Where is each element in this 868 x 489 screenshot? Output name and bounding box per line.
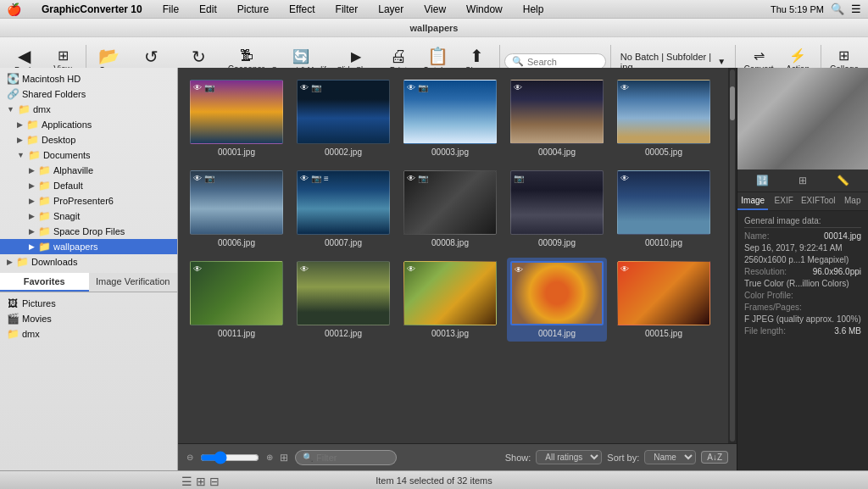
tab-map[interactable]: Map [837, 192, 868, 210]
thumb-00007[interactable]: 👁📷≡ 00007.jpg [293, 167, 393, 251]
tab-image[interactable]: Image [737, 192, 768, 210]
slideshow-icon: ▶ [351, 50, 361, 64]
sidebar-item-shared-folders[interactable]: 🔗 Shared Folders [0, 86, 177, 102]
thumb-image: 👁 [617, 261, 710, 325]
folder-icon: 📁 [26, 119, 38, 131]
filmstrip-view-btn[interactable]: ⊟ [209, 475, 220, 488]
sidebar-item-movies[interactable]: 🎬 Movies [0, 311, 177, 326]
sidebar-item-macintosh-hd[interactable]: 💽 Macintosh HD [0, 71, 177, 86]
vertical-scrollbar[interactable] [728, 68, 737, 443]
thumb-00008[interactable]: 👁📷 00008.jpg [400, 167, 500, 251]
menu-filter[interactable]: Filter [332, 3, 362, 15]
tab-favorites[interactable]: Favorites [0, 273, 89, 292]
spotlight-icon[interactable]: 🔍 [831, 3, 844, 15]
sidebar-item-alphaville[interactable]: ▶ 📁 Alphaville [0, 163, 177, 178]
sidebar-item-space-drop[interactable]: ▶ 📁 Space Drop Files [0, 224, 177, 239]
menu-help[interactable]: Help [520, 3, 548, 15]
apple-menu[interactable]: 🍎 [7, 3, 21, 16]
search-input[interactable] [527, 57, 604, 67]
scroll-thumb[interactable] [730, 86, 735, 120]
thumb-label: 00004.jpg [538, 147, 576, 157]
sidebar-tree: 💽 Macintosh HD 🔗 Shared Folders ▼ 📁 dmx … [0, 68, 177, 273]
thumbnail-grid: 👁📷 00001.jpg 👁📷 00002.jpg 👁📷 00003.jpg [178, 68, 728, 443]
sort-direction-btn[interactable]: A↓Z [701, 451, 728, 464]
panel-tabs: Image EXIF EXIFTool Map [737, 192, 868, 211]
sidebar-item-wallpapers[interactable]: ▶ 📁 wallpapers [0, 239, 177, 254]
sidebar-item-propresenter6[interactable]: ▶ 📁 ProPresenter6 [0, 193, 177, 208]
thumb-00009[interactable]: 📷 00009.jpg [507, 167, 607, 251]
menu-edit[interactable]: Edit [196, 3, 220, 15]
tab-image-verification[interactable]: Image Verification [89, 273, 178, 292]
thumb-image: 👁📷 [403, 80, 497, 144]
sidebar-label: ProPresenter6 [53, 196, 114, 206]
thumb-00010[interactable]: 👁 00010.jpg [614, 167, 714, 251]
zoom-slider[interactable] [200, 451, 259, 464]
panel-tool-btn-2[interactable]: ⊞ [795, 173, 810, 188]
thumb-00003[interactable]: 👁📷 00003.jpg [400, 76, 500, 160]
info-date: Sep 16, 2017, 9:22:41 AM [744, 243, 843, 253]
sort-select[interactable]: Name [644, 450, 696, 464]
folder-icon: 📁 [28, 149, 40, 161]
sidebar-item-snagit[interactable]: ▶ 📁 Snagit [0, 208, 177, 224]
triangle-icon: ▶ [29, 181, 35, 190]
sidebar-label: Applications [42, 119, 92, 130]
thumb-00015[interactable]: 👁 00015.jpg [614, 258, 714, 342]
sidebar-label: Pictures [22, 298, 56, 308]
info-row-frames: Frames/Pages: [744, 303, 861, 312]
menubar: 🍎 GraphicConverter 10 File Edit Picture … [0, 0, 868, 19]
folder-icon: 📁 [38, 195, 50, 207]
sidebar-item-dmx-fav[interactable]: 📁 dmx [0, 326, 177, 342]
thumb-label: 00010.jpg [645, 238, 682, 247]
thumb-image: 👁 [510, 261, 604, 325]
sidebar-item-desktop[interactable]: ▶ 📁 Desktop [0, 132, 177, 147]
thumb-00014[interactable]: 👁 00014.jpg [507, 258, 607, 342]
show-select[interactable]: All ratings [536, 450, 602, 464]
sidebar-item-pictures[interactable]: 🖼 Pictures [0, 296, 177, 311]
sidebar-item-documents[interactable]: ▼ 📁 Documents [0, 147, 177, 163]
thumb-00004[interactable]: 👁 00004.jpg [507, 76, 607, 160]
thumb-00011[interactable]: 👁 00011.jpg [186, 258, 287, 342]
pictures-icon: 🖼 [7, 297, 19, 309]
menu-file[interactable]: File [159, 3, 182, 15]
thumb-label: 00009.jpg [538, 238, 576, 247]
thumb-label: 00002.jpg [325, 147, 362, 157]
menu-window[interactable]: Window [463, 3, 506, 15]
sidebar-label: Snagit [53, 211, 80, 221]
menu-app[interactable]: GraphicConverter 10 [38, 3, 146, 15]
sidebar-label: Movies [22, 314, 52, 324]
panel-tool-btn-3[interactable]: 📏 [833, 173, 853, 188]
thumb-00002[interactable]: 👁📷 00002.jpg [293, 76, 393, 160]
filter-box[interactable]: 🔍 [295, 450, 397, 465]
sidebar-item-downloads[interactable]: ▶ 📁 Downloads [0, 254, 177, 270]
thumb-00005[interactable]: 👁 00005.jpg [614, 76, 714, 160]
tab-exif[interactable]: EXIF [768, 192, 798, 210]
notification-icon[interactable]: ☰ [851, 3, 861, 15]
rotate-right-icon: ↻ [192, 48, 206, 65]
sidebar-item-applications[interactable]: ▶ 📁 Applications [0, 117, 177, 132]
list-view-btn[interactable]: ☰ [181, 475, 192, 488]
content-scroll-area: 👁📷 00001.jpg 👁📷 00002.jpg 👁📷 00003.jpg [178, 68, 737, 443]
folder-icon: 📁 [38, 225, 50, 237]
thumb-00012[interactable]: 👁 00012.jpg [293, 258, 393, 342]
scroll-track[interactable] [730, 69, 735, 442]
folder-icon: 📁 [16, 256, 28, 268]
thumb-00006[interactable]: 👁📷 00006.jpg [186, 167, 287, 251]
tab-exiftool[interactable]: EXIFTool [799, 192, 837, 210]
menu-picture[interactable]: Picture [234, 3, 272, 15]
sidebar-label: dmx [22, 329, 40, 339]
panel-tool-btn-1[interactable]: 🔢 [753, 173, 772, 188]
show-sort-controls: Show: All ratings Sort by: Name A↓Z [505, 450, 728, 464]
open-icon: 📂 [98, 47, 120, 64]
thumb-00001[interactable]: 👁📷 00001.jpg [186, 76, 287, 160]
sidebar-item-default[interactable]: ▶ 📁 Default [0, 178, 177, 193]
grid-view-btn[interactable]: ⊞ [196, 475, 206, 488]
sidebar-item-dmx[interactable]: ▼ 📁 dmx [0, 102, 177, 117]
menu-effect[interactable]: Effect [286, 3, 318, 15]
info-value: 00014.jpg [824, 231, 861, 241]
filter-input[interactable] [316, 453, 376, 463]
menu-layer[interactable]: Layer [375, 3, 407, 15]
menu-view[interactable]: View [420, 3, 449, 15]
thumb-image: 👁📷≡ [297, 170, 390, 235]
thumb-00013[interactable]: 👁 00013.jpg [400, 258, 500, 342]
triangle-icon: ▶ [29, 242, 35, 251]
